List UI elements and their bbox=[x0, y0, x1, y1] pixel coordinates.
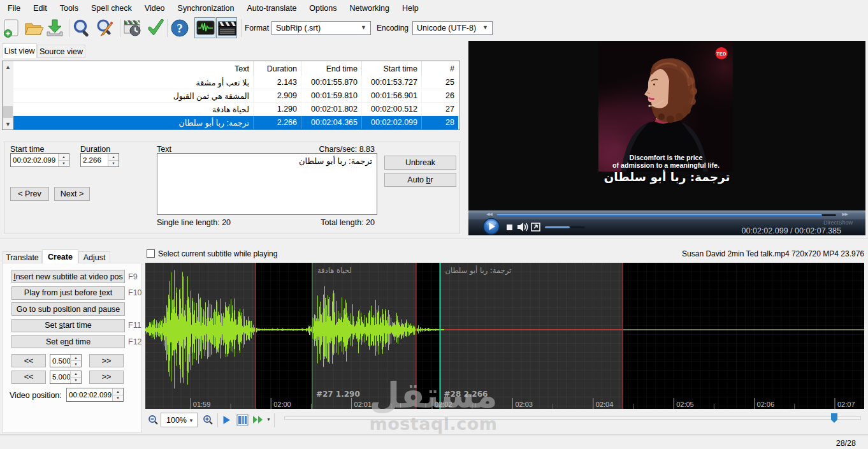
create-button-4[interactable]: Set end time bbox=[11, 335, 125, 348]
waveform-scroll-track[interactable] bbox=[284, 416, 861, 420]
spinner-arrows[interactable]: ▲▼ bbox=[70, 355, 81, 367]
start-time-value[interactable]: 00:02:02.099 bbox=[11, 154, 58, 166]
waveform-scroll-thumb[interactable] bbox=[831, 413, 837, 420]
spin-up-icon[interactable]: ▲ bbox=[59, 154, 69, 161]
fast-forward-icon[interactable]: ▶▶ bbox=[842, 212, 848, 217]
start-time-spinner[interactable]: 00:02:02.099 ▲▼ bbox=[10, 153, 69, 167]
nudge-forward-button-0[interactable]: >> bbox=[89, 354, 124, 367]
duration-spinner[interactable]: 2.266 ▲▼ bbox=[80, 153, 119, 167]
video-position-spinner[interactable]: 00:02:02.099 ▲▼ bbox=[66, 388, 124, 402]
scroll-up-icon[interactable]: ▲ bbox=[3, 61, 13, 72]
columns-icon[interactable] bbox=[236, 414, 249, 426]
nudge-back-button-1[interactable]: << bbox=[11, 371, 46, 384]
rewind-icon[interactable]: ◀◀ bbox=[486, 212, 492, 217]
tab-list-view[interactable]: List view bbox=[2, 43, 37, 58]
tab-source-view[interactable]: Source view bbox=[37, 45, 85, 58]
menu-auto-translate[interactable]: Auto-translate bbox=[241, 0, 303, 16]
nudge-amount-spinner-0[interactable]: 0.500▲▼ bbox=[50, 354, 82, 367]
fullscreen-button[interactable] bbox=[531, 223, 540, 232]
fkey-label: F10 bbox=[128, 286, 143, 300]
select-current-subtitle-checkbox[interactable] bbox=[147, 249, 155, 258]
replace-button[interactable] bbox=[95, 18, 115, 38]
subtitle-row-25[interactable]: بلا تعب أو مشقة2.14300:01:55.87000:01:53… bbox=[13, 76, 458, 89]
open-file-button[interactable] bbox=[24, 18, 44, 38]
tab-adjust[interactable]: Adjust bbox=[78, 251, 110, 263]
play-button[interactable] bbox=[482, 217, 500, 235]
spin-down-icon[interactable]: ▼ bbox=[108, 161, 119, 167]
zoom-out-icon[interactable] bbox=[148, 415, 159, 425]
subtitle-row-28[interactable]: ترجمة: ربا أبو سلطان2.26600:02:04.36500:… bbox=[13, 116, 458, 129]
create-button-2[interactable]: Go to sub position and pause bbox=[11, 302, 125, 316]
video-player[interactable]: TED Discomfort is the price of admission… bbox=[468, 41, 865, 235]
column-header-end-time[interactable]: End time bbox=[301, 61, 362, 76]
menu-synchronization[interactable]: Synchronization bbox=[171, 0, 241, 16]
playback-speed-icon[interactable] bbox=[252, 415, 265, 424]
subtitle-row-27[interactable]: لحياة هادفة1.29000:02:01.80200:02:00.512… bbox=[13, 103, 458, 116]
tab-create[interactable]: Create bbox=[42, 249, 78, 263]
nudge-amount-spinner-1[interactable]: 5.000▲▼ bbox=[50, 371, 82, 384]
visual-sync-button[interactable] bbox=[122, 18, 143, 38]
menu-tools[interactable]: Tools bbox=[54, 0, 85, 16]
create-button-3[interactable]: Set start time bbox=[11, 319, 125, 332]
stop-button[interactable] bbox=[506, 224, 513, 231]
video-toggle-button[interactable] bbox=[216, 17, 237, 38]
volume-slider[interactable] bbox=[545, 226, 585, 228]
help-button[interactable]: ? bbox=[170, 18, 190, 38]
menu-help[interactable]: Help bbox=[396, 0, 425, 16]
spin-up-icon[interactable]: ▲ bbox=[108, 154, 119, 161]
nudge-amount-value[interactable]: 5.000 bbox=[50, 371, 70, 383]
spinner-arrows[interactable]: ▲▼ bbox=[58, 154, 69, 166]
waveform-play-button[interactable] bbox=[222, 415, 231, 425]
tab-translate[interactable]: Translate bbox=[3, 251, 42, 263]
spinner-arrows[interactable]: ▲▼ bbox=[112, 388, 123, 401]
waveform-canvas[interactable]: لحياة هادفة#27 1.290ترجمة: ربا أبو سلطان… bbox=[145, 263, 864, 409]
spin-down-icon[interactable]: ▼ bbox=[59, 161, 69, 167]
zoom-in-icon[interactable] bbox=[203, 415, 213, 425]
format-combobox[interactable]: SubRip (.srt) ▼ bbox=[271, 21, 371, 35]
nudge-amount-value[interactable]: 0.500 bbox=[50, 355, 70, 367]
prev-button[interactable]: < Prev bbox=[10, 187, 49, 201]
waveform-toggle-button[interactable] bbox=[194, 17, 215, 38]
scroll-down-icon[interactable]: ▼ bbox=[3, 119, 13, 129]
spin-down-icon[interactable]: ▼ bbox=[113, 395, 123, 402]
encoding-combobox[interactable]: Unicode (UTF-8) ▼ bbox=[412, 21, 493, 35]
save-button[interactable] bbox=[45, 18, 65, 38]
spin-down-icon[interactable]: ▼ bbox=[71, 378, 81, 383]
spinner-arrows[interactable]: ▲▼ bbox=[70, 371, 81, 383]
unbreak-button[interactable]: Unbreak bbox=[384, 156, 456, 170]
spin-up-icon[interactable]: ▲ bbox=[71, 355, 81, 361]
next-button[interactable]: Next > bbox=[54, 187, 90, 201]
spinner-arrows[interactable]: ▲▼ bbox=[108, 154, 119, 166]
create-button-0[interactable]: Insert new subtitle at video pos bbox=[11, 270, 125, 283]
subtitle-row-26[interactable]: المشقة هي ثمن القبول2.90900:01:59.81000:… bbox=[13, 89, 458, 103]
duration-value[interactable]: 2.266 bbox=[81, 154, 108, 166]
menu-file[interactable]: File bbox=[1, 0, 27, 16]
menu-video[interactable]: Video bbox=[138, 0, 171, 16]
new-file-button[interactable] bbox=[2, 18, 22, 38]
spin-down-icon[interactable]: ▼ bbox=[71, 361, 81, 367]
column-header-duration[interactable]: Duration bbox=[254, 61, 301, 76]
chevron-down-icon[interactable]: ▼ bbox=[266, 417, 271, 422]
nudge-back-button-0[interactable]: << bbox=[11, 354, 46, 367]
menu-edit[interactable]: Edit bbox=[27, 0, 54, 16]
menu-networking[interactable]: Networking bbox=[343, 0, 396, 16]
subtitle-text-area[interactable]: ترجمة: ربا أبو سلطان bbox=[157, 153, 377, 215]
column-header-start-time[interactable]: Start time bbox=[362, 61, 422, 76]
zoom-level-combobox[interactable]: 100% ▼ bbox=[161, 413, 198, 427]
find-button[interactable] bbox=[71, 18, 92, 38]
seek-bar[interactable] bbox=[496, 214, 836, 216]
menu-spell-check[interactable]: Spell check bbox=[85, 0, 138, 16]
video-position-value[interactable]: 00:02:02.099 bbox=[67, 388, 112, 401]
spell-check-button[interactable] bbox=[145, 18, 166, 38]
spin-up-icon[interactable]: ▲ bbox=[71, 371, 81, 378]
create-button-1[interactable]: Play from just before text bbox=[11, 286, 125, 300]
auto-br-button[interactable]: Auto br bbox=[384, 173, 456, 187]
menu-options[interactable]: Options bbox=[303, 0, 343, 16]
column-header-number[interactable]: # bbox=[422, 61, 458, 76]
spin-up-icon[interactable]: ▲ bbox=[113, 388, 123, 395]
column-header-text[interactable]: Text bbox=[13, 61, 254, 76]
scrollbar-thumb[interactable] bbox=[3, 106, 13, 118]
mute-button[interactable] bbox=[517, 222, 528, 232]
table-scrollbar[interactable]: ▲ ▼ bbox=[3, 61, 13, 129]
nudge-forward-button-1[interactable]: >> bbox=[89, 371, 124, 384]
